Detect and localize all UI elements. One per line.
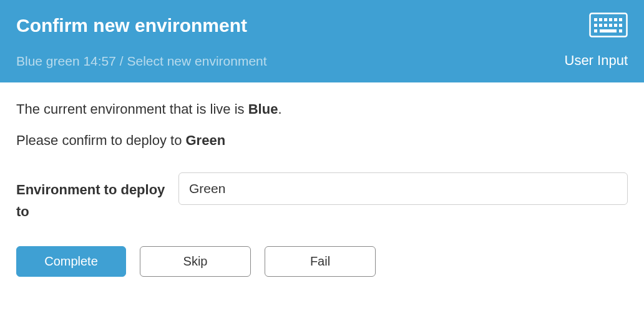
svg-rect-2 xyxy=(599,18,602,21)
svg-rect-8 xyxy=(599,24,602,27)
target-env-name: Green xyxy=(185,132,225,148)
form-row: Environment to deploy to xyxy=(16,172,628,222)
svg-rect-7 xyxy=(594,24,597,27)
message-text: Please confirm to deploy to xyxy=(16,132,185,148)
svg-rect-9 xyxy=(604,24,607,27)
svg-rect-3 xyxy=(604,18,607,21)
complete-button[interactable]: Complete xyxy=(16,246,126,277)
current-env-message: The current environment that is live is … xyxy=(16,101,628,117)
button-row: Complete Skip Fail xyxy=(16,246,628,277)
confirm-deploy-message: Please confirm to deploy to Green xyxy=(16,132,628,149)
dialog-header: Confirm new environment Blue green 14:57… xyxy=(0,0,644,82)
message-text: . xyxy=(278,101,281,117)
dialog-title: Confirm new environment xyxy=(16,15,628,36)
svg-rect-12 xyxy=(619,24,622,27)
skip-button[interactable]: Skip xyxy=(140,246,251,277)
svg-rect-1 xyxy=(594,18,597,21)
svg-rect-6 xyxy=(619,18,622,21)
dialog-content: The current environment that is live is … xyxy=(0,82,644,296)
breadcrumb: Blue green 14:57 / Select new environmen… xyxy=(16,54,628,69)
fail-button[interactable]: Fail xyxy=(265,246,376,277)
environment-label: Environment to deploy to xyxy=(16,172,178,222)
svg-rect-14 xyxy=(600,29,617,32)
message-text: The current environment that is live is xyxy=(16,101,248,117)
svg-rect-4 xyxy=(609,18,612,21)
svg-rect-11 xyxy=(614,24,617,27)
header-right: User Input xyxy=(565,12,628,69)
svg-rect-13 xyxy=(594,29,597,32)
svg-rect-5 xyxy=(614,18,617,21)
svg-rect-15 xyxy=(619,29,622,32)
user-input-label: User Input xyxy=(565,52,628,69)
svg-rect-10 xyxy=(609,24,612,27)
current-env-name: Blue xyxy=(248,101,278,117)
keyboard-icon xyxy=(589,12,628,40)
environment-input[interactable] xyxy=(178,172,628,205)
